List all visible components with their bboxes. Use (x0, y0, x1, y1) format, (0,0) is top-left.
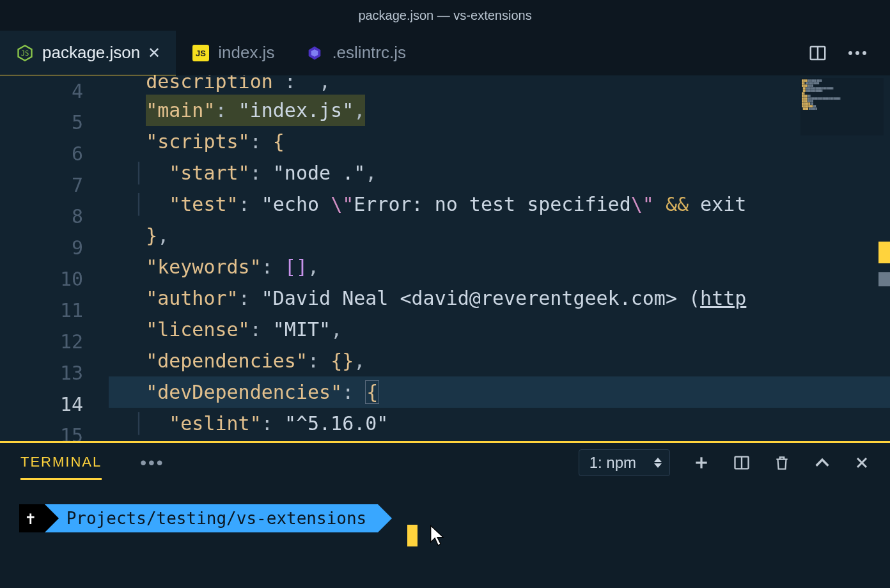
scrollbar-marker (878, 242, 890, 263)
code-line[interactable]: "main": "index.js", (109, 95, 890, 126)
svg-point-10 (863, 51, 866, 55)
new-terminal-icon[interactable] (693, 454, 710, 471)
line-number: 5 (0, 107, 83, 138)
line-number: 9 (0, 232, 83, 263)
minimap[interactable]: ████ ██████ ████ ██ ██████████ ████ ████… (800, 78, 884, 135)
tab-label: .eslintrc.js (332, 43, 406, 63)
svg-text:JS: JS (196, 49, 206, 58)
split-editor-icon[interactable] (808, 43, 827, 63)
code-content[interactable]: description : , "main": "index.js", "scr… (109, 75, 890, 441)
code-editor[interactable]: 456789101112131415 description : , "main… (0, 75, 890, 441)
terminal-selector-label: 1: npm (589, 454, 636, 471)
line-number: 8 (0, 201, 83, 232)
dropdown-arrows-icon (654, 458, 662, 468)
svg-point-9 (855, 51, 859, 55)
maximize-panel-icon[interactable] (813, 457, 831, 468)
code-line[interactable]: "eslint": "^5.16.0"│ (109, 408, 890, 439)
mouse-cursor-icon (429, 524, 446, 547)
line-number: 11 (0, 295, 83, 326)
panel-more-tabs-icon[interactable]: ••• (117, 453, 164, 473)
code-line[interactable]: "keywords": [], (109, 251, 890, 282)
nodejs-icon: JS (15, 43, 35, 63)
line-number: 13 (0, 357, 83, 389)
line-number: 7 (0, 169, 83, 201)
prompt-icon-segment: ✝ (19, 504, 45, 532)
svg-point-8 (848, 51, 852, 55)
split-terminal-icon[interactable] (733, 454, 751, 472)
kill-terminal-icon[interactable] (774, 454, 790, 472)
scrollbar-marker (878, 272, 890, 286)
tab-label: package.json (42, 43, 140, 63)
line-number: 10 (0, 263, 83, 295)
line-number: 12 (0, 326, 83, 357)
code-line[interactable]: "test": "echo \"Error: no test specified… (109, 189, 890, 220)
terminal-content[interactable]: ✝ Projects/testing/vs-extensions (0, 483, 890, 588)
prompt-path-segment: Projects/testing/vs-extensions (45, 504, 379, 532)
line-gutter: 456789101112131415 (0, 75, 109, 441)
prompt-path: Projects/testing/vs-extensions (66, 509, 367, 528)
close-tab-icon[interactable]: ✕ (148, 44, 160, 62)
bottom-panel: TERMINAL ••• 1: npm (0, 443, 890, 588)
window-titlebar: package.json — vs-extensions (0, 0, 890, 31)
panel-tabbar: TERMINAL ••• 1: npm (0, 443, 890, 483)
line-number: 14 (0, 389, 83, 420)
code-line[interactable]: "start": "node .",│ (109, 157, 890, 189)
editor-tabbar: JS package.json ✕ JS index.js .eslintrc.… (0, 31, 890, 75)
terminal-prompt: ✝ Projects/testing/vs-extensions (19, 504, 378, 532)
svg-text:JS: JS (21, 49, 29, 56)
line-number: 6 (0, 138, 83, 169)
code-line[interactable]: description : , (109, 75, 890, 95)
tab-package-json[interactable]: JS package.json ✕ (0, 31, 176, 75)
code-line[interactable]: "license": "MIT", (109, 314, 890, 345)
tab-eslintrc[interactable]: .eslintrc.js (290, 31, 421, 75)
line-number: 4 (0, 75, 83, 107)
code-line[interactable]: "dependencies": {}, (109, 345, 890, 376)
code-line[interactable]: "devDependencies": { (109, 376, 890, 408)
window-title: package.json — vs-extensions (358, 8, 531, 23)
panel-tab-terminal[interactable]: TERMINAL (20, 446, 102, 480)
more-actions-icon[interactable] (848, 50, 867, 56)
tab-index-js[interactable]: JS index.js (176, 31, 290, 75)
close-panel-icon[interactable] (854, 455, 870, 470)
tab-label: index.js (218, 43, 274, 63)
terminal-selector[interactable]: 1: npm (579, 449, 670, 476)
code-line[interactable]: "author": "David Neal <david@reverentgee… (109, 282, 890, 314)
code-line[interactable]: }, (109, 220, 890, 251)
line-number: 15 (0, 420, 83, 441)
code-line[interactable]: "scripts": { (109, 126, 890, 157)
prompt-icon: ✝ (26, 509, 36, 528)
js-icon: JS (191, 43, 210, 63)
terminal-cursor (407, 525, 418, 546)
eslint-icon (305, 43, 324, 63)
